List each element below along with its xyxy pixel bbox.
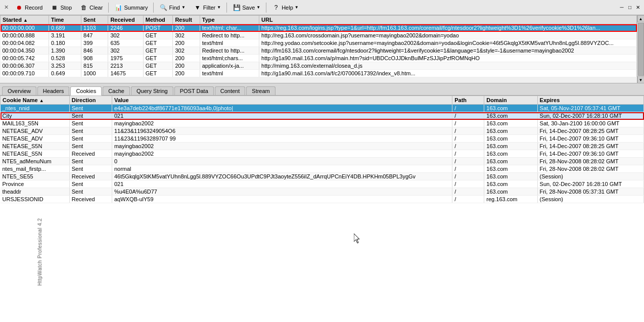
cookie-cell: mayingbao2002 [112,120,452,127]
cookie-row[interactable]: theaddrSent%u4E0A%u6D77/163.comFri, 28-N… [1,188,644,196]
save-button[interactable]: 💾 Save ▼ [229,2,264,13]
filter-button[interactable]: ▼ Filter ▼ [190,2,224,13]
cookie-row[interactable]: URSJESSIONIDReceivedaqWXQB-ulY59/reg.163… [1,196,644,203]
tab-post-data[interactable]: POST Data [174,86,214,95]
summary-button[interactable]: 📊 Summary [111,2,151,13]
cookie-cell: (Session) [537,173,643,180]
tab-overview[interactable]: Overview [2,86,36,95]
traffic-table-container[interactable]: Started ▲ Time Sent Received Method Resu… [0,15,644,83]
cookie-cell: aqWXQB-ulY59 [112,196,452,203]
cookie-cell: / [452,173,484,180]
cookie-cell: Received [69,150,112,158]
traffic-row[interactable]: 00:00:04.0820.180399635GET200text/htmlht… [1,39,637,47]
cookie-cell: / [452,158,484,165]
traffic-cell: 2246 [108,24,143,32]
cookie-row[interactable]: NETEASE_S5NSentmayingbao2002/163.comFri,… [1,143,644,150]
cookie-row[interactable]: NETEASE_ADVSent11&23&11963249054O6/163.c… [1,127,644,135]
clear-label: Clear [89,5,103,11]
cookie-cell: NTE5_SE55 [1,173,70,180]
col-header-result[interactable]: Result [173,16,200,24]
traffic-row[interactable]: 00:00:00.8883.191847302GET302Redirect to… [1,32,637,39]
col-header-url[interactable]: URL [259,16,637,24]
cookie-cell: 163.com [484,127,537,135]
col-header-time[interactable]: Time [49,16,81,24]
stop-button[interactable]: ⏹ Stop [47,2,75,13]
cookie-row[interactable]: MAIL163_S5NSentmayingbao2002/163.comSat,… [1,120,644,127]
scroll-thumb[interactable] [638,23,644,76]
traffic-scrollbar[interactable]: ▲ ▼ [637,15,644,83]
traffic-cell: text/html [200,70,259,77]
col-header-received[interactable]: Received [108,16,143,24]
cookie-cell: 163.com [484,135,537,143]
cookie-cell: reg.163.com [484,196,537,203]
cookie-row[interactable]: NETEASE_S5NReceivedmayingbao2002/163.com… [1,150,644,158]
traffic-cell: 846 [81,47,108,55]
cookie-cell: Sun, 02-Dec-2007 16:28:10 GMT [537,112,643,120]
tab-stream[interactable]: Stream [246,86,275,95]
traffic-row[interactable]: 00:00:05.7420.5289081975GET200text/html;… [1,55,637,62]
traffic-row[interactable]: 00:00:06.3073.2538152213GET200applicatio… [1,62,637,70]
clear-button[interactable]: 🗑 Clear [76,2,106,13]
traffic-cell: http://fm163.163.com/coremail/fcg/ntesdo… [259,47,637,55]
traffic-cell: 3.253 [49,62,81,70]
col-header-method[interactable]: Method [143,16,173,24]
cookie-row[interactable]: CitySent021/163.comSun, 02-Dec-2007 16:2… [1,112,644,120]
cookie-cell: 163.com [484,165,537,173]
minimize-button[interactable]: ─ [618,4,626,12]
cookie-row[interactable]: NTE5_adMenuNumSent0/163.comFri, 28-Nov-2… [1,158,644,165]
ccol-header-domain[interactable]: Domain [484,96,537,105]
cookie-cell: / [452,135,484,143]
cookie-tbody: _ntes_nnidSente4e3a7deb224bdf86771e17860… [1,105,644,203]
find-button[interactable]: 🔍 Find ▼ [156,2,189,13]
scroll-down-arrow[interactable]: ▼ [637,76,645,83]
scroll-up-arrow[interactable]: ▲ [637,15,645,22]
col-header-started[interactable]: Started ▲ [1,16,49,24]
traffic-cell: 635 [108,39,143,47]
traffic-row[interactable]: 00:00:09.7100.649100014675GET200text/htm… [1,70,637,77]
close-icon-btn[interactable]: ✕ [2,3,11,12]
cookie-table: Cookie Name ▲ Direction Value Path Domai… [0,96,644,203]
detail-container[interactable]: Cookie Name ▲ Direction Value Path Domai… [0,96,644,322]
cookie-cell: / [452,196,484,203]
traffic-cell: 1000 [81,70,108,77]
cookie-cell: Fri, 14-Dec-2007 09:36:10 GMT [537,135,643,143]
col-header-type[interactable]: Type [200,16,259,24]
ccol-header-path[interactable]: Path [452,96,484,105]
traffic-row[interactable]: 00:00:04.3501.390846302GET302Redirect to… [1,47,637,55]
tab-content[interactable]: Content [215,86,246,95]
traffic-row[interactable]: 00:00:00.0000.68911032246POST200text/htm… [1,24,637,32]
cookie-row[interactable]: _ntes_nnidSente4e3a7deb224bdf86771e17860… [1,105,644,112]
separator-3 [226,3,227,13]
tab-headers[interactable]: Headers [37,86,70,95]
record-button[interactable]: ⏺ Record [12,2,46,13]
ccol-header-value[interactable]: Value [112,96,452,105]
cookie-cell: / [452,112,484,120]
tab-cookies[interactable]: Cookies [70,86,102,96]
maximize-button[interactable]: □ [626,4,634,12]
cookie-cell: Sent [69,180,112,188]
cookie-row[interactable]: NETEASE_ADVSent11&23&11963289707 99/163.… [1,135,644,143]
traffic-cell: http://reg.yodao.com/setcookie.jsp?usern… [259,39,637,47]
window-close-button[interactable]: ✕ [634,4,642,12]
col-header-sent[interactable]: Sent [81,16,108,24]
tab-query-string[interactable]: Query String [131,86,173,95]
traffic-cell: 0.689 [49,24,81,32]
cookie-cell: NETEASE_ADV [1,135,70,143]
cookie-row[interactable]: NTE5_SE55Received46t5GkqlgX5tKM5vatYUhn8… [1,173,644,180]
traffic-cell: GET [143,62,173,70]
cookie-row[interactable]: ntes_mail_firstp...Sentnormal/163.comFri… [1,165,644,173]
traffic-cell: 0.528 [49,55,81,62]
help-button[interactable]: ? Help ▼ [268,2,302,13]
ccol-header-direction[interactable]: Direction [69,96,112,105]
save-dropdown-icon: ▼ [256,5,260,10]
traffic-cell: 3.191 [49,32,81,39]
tab-cache[interactable]: Cache [103,86,130,95]
cookie-cell: Sent [69,135,112,143]
ccol-header-name[interactable]: Cookie Name ▲ [1,96,70,105]
summary-icon: 📊 [114,4,122,12]
cookie-cell: 163.com [484,120,537,127]
ccol-header-expires[interactable]: Expires [537,96,643,105]
stop-label: Stop [60,5,72,11]
cookie-row[interactable]: ProvinceSent021/163.comSun, 02-Dec-2007 … [1,180,644,188]
traffic-cell: 1975 [108,55,143,62]
